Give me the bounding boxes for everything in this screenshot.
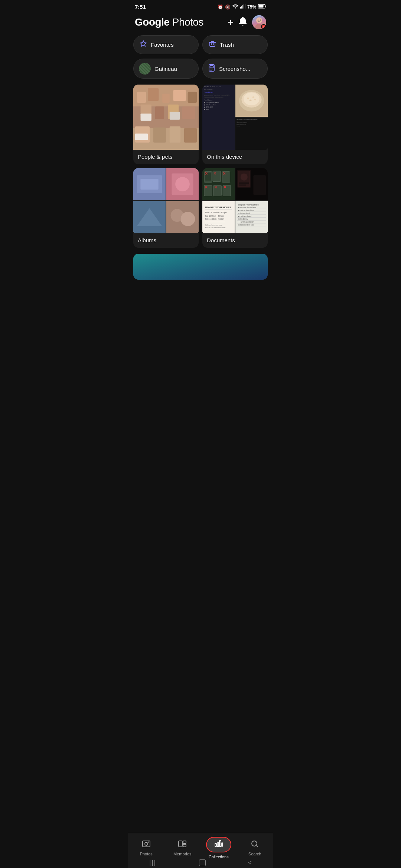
svg-text:MONDAY STORE HOURS: MONDAY STORE HOURS [205,206,231,208]
svg-rect-37 [135,134,148,140]
svg-rect-85 [205,210,232,210]
favorites-icon [140,40,147,49]
favorites-button[interactable]: Favorites [133,35,199,54]
favorites-label: Favorites [151,42,174,48]
status-icons: ⏰ 🔇 75% [218,4,266,10]
avatar[interactable]: ! [252,15,266,29]
svg-rect-82 [239,184,246,185]
alarm-icon: ⏰ [218,4,223,10]
on-device-thumb: Wed, Apr 26, 2017 · 8:10 p.m. AGE 6 capt… [202,85,268,150]
svg-rect-34 [184,128,197,142]
sections-grid: People & pets Wed, Apr 26, 2017 · 8:10 p… [128,85,273,254]
svg-point-55 [181,212,195,226]
svg-rect-81 [239,183,249,184]
svg-point-11 [260,20,261,21]
svg-rect-2 [242,5,243,9]
svg-point-80 [241,174,248,181]
svg-rect-4 [245,4,245,9]
svg-point-41 [244,92,260,105]
gatineau-button[interactable]: Gatineau [133,59,199,79]
utility-row: Favorites Trash [128,35,273,59]
svg-rect-29 [182,106,195,119]
partial-section [128,254,273,280]
section-card-documents[interactable]: MONDAY STORE HOURS Mon–Fri: 9:00am – 9:0… [202,168,268,248]
screenshots-label: Screensho... [219,66,250,72]
status-bar: 7:51 ⏰ 🔇 75% [128,0,273,12]
section-card-people-pets[interactable]: People & pets [133,85,199,164]
battery-text: 75% [247,4,256,10]
svg-rect-67 [204,185,212,196]
section-card-albums[interactable]: Albums [133,168,199,248]
svg-point-45 [254,99,256,101]
svg-rect-23 [173,90,186,101]
svg-rect-78 [253,175,266,195]
gatineau-label: Gatineau [154,66,177,72]
svg-rect-22 [162,93,170,102]
svg-text:→ arrow annotation: → arrow annotation [238,221,254,223]
svg-point-42 [247,98,249,99]
trash-button[interactable]: Trash [202,35,268,54]
app-header: Google Photos + ! [128,12,273,35]
svg-text:notes below: notes below [238,218,248,220]
svg-text:conclusion text here: conclusion text here [238,224,254,226]
svg-rect-20 [137,92,146,103]
svg-rect-36 [170,112,180,120]
albums-label: Albums [133,233,199,248]
battery-icon [258,4,266,10]
svg-rect-89 [205,222,225,222]
people-pets-label: People & pets [133,150,199,164]
avatar-badge: ! [261,24,266,29]
svg-text:• third item listed: • third item listed [238,216,252,217]
svg-rect-35 [141,114,151,121]
trash-icon [209,40,216,49]
svg-point-10 [258,20,259,21]
header-actions: + ! [228,15,266,29]
title-google: Google [135,16,169,28]
screenshots-button[interactable]: Screensho... [202,59,268,79]
svg-rect-6 [265,6,266,7]
svg-text:sub-item detail: sub-item detail [238,213,250,214]
svg-rect-21 [148,88,159,101]
svg-rect-60 [222,172,230,183]
wifi-icon [232,4,238,10]
add-button[interactable]: + [228,16,234,28]
svg-rect-0 [240,7,241,9]
svg-point-43 [252,96,254,98]
svg-text:Mon–Fri: 9:00am – 9:00pm: Mon–Fri: 9:00am – 9:00pm [205,212,227,214]
albums-thumb [133,168,199,233]
svg-rect-3 [244,4,244,9]
svg-rect-33 [170,126,180,142]
location-row: Gatineau Screensho... [128,59,273,85]
svg-text:• another line of text: • another line of text [238,210,254,211]
svg-text:• item one details here: • item one details here [238,207,256,208]
svg-rect-12 [210,42,215,46]
trash-label: Trash [220,42,234,48]
svg-rect-68 [213,185,221,196]
svg-rect-69 [223,185,231,196]
app-title: Google Photos [135,16,203,28]
svg-text:Sun: 11:00am – 6:00pm: Sun: 11:00am – 6:00pm [205,218,225,220]
svg-rect-16 [210,66,213,68]
svg-text:Holiday hours may vary.: Holiday hours may vary. [205,224,222,226]
signal-icon [240,4,245,10]
svg-rect-1 [241,6,242,9]
on-device-label: On this device [202,150,268,164]
people-pets-thumb [133,85,199,150]
documents-thumb: MONDAY STORE HOURS Mon–Fri: 9:00am – 9:0… [202,168,268,233]
gatineau-thumb [139,63,151,75]
svg-text:diagram / flowchart text: diagram / flowchart text [238,204,259,206]
svg-rect-32 [153,127,166,142]
status-time: 7:51 [135,4,146,10]
screenshots-icon [208,64,215,74]
title-photos: Photos [172,16,203,28]
section-card-on-device[interactable]: Wed, Apr 26, 2017 · 8:10 p.m. AGE 6 capt… [202,85,268,164]
svg-point-44 [250,100,252,101]
svg-rect-27 [155,106,164,119]
svg-rect-109 [133,254,268,280]
svg-text:Please call ahead to confirm.: Please call ahead to confirm. [205,227,226,228]
svg-rect-7 [259,5,264,8]
svg-point-51 [175,177,190,191]
notifications-button[interactable] [239,17,247,28]
svg-rect-48 [140,179,158,190]
svg-point-8 [256,17,262,23]
